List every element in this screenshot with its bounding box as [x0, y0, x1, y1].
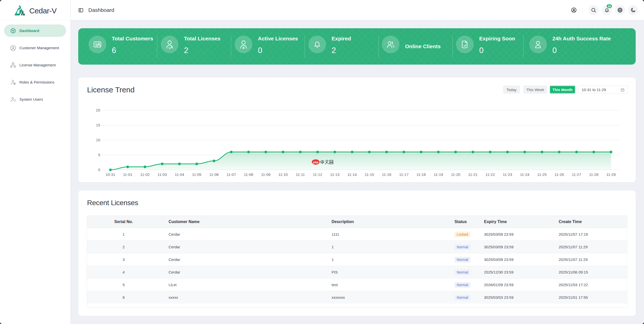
svg-text:php: php: [313, 161, 318, 164]
svg-text:11-02: 11-02: [140, 172, 150, 177]
svg-text:11-04: 11-04: [175, 172, 184, 177]
svg-text:11-10: 11-10: [278, 172, 288, 177]
svg-text:11-25: 11-25: [537, 172, 547, 177]
svg-text:11-13: 11-13: [330, 172, 339, 177]
svg-text:11-26: 11-26: [554, 172, 564, 177]
svg-text:11-09: 11-09: [261, 172, 271, 177]
svg-text:11-08: 11-08: [244, 172, 253, 177]
svg-text:11-19: 11-19: [434, 172, 443, 177]
svg-text:11-23: 11-23: [503, 172, 512, 177]
svg-text:11-15: 11-15: [365, 172, 374, 177]
svg-text:11-24: 11-24: [520, 172, 529, 177]
svg-text:11-17: 11-17: [399, 172, 409, 177]
svg-text:11-05: 11-05: [192, 172, 201, 177]
svg-text:20: 20: [96, 108, 100, 112]
svg-text:11-20: 11-20: [451, 172, 460, 177]
svg-text:11-16: 11-16: [382, 172, 391, 177]
svg-text:11-03: 11-03: [157, 172, 167, 177]
svg-text:11-07: 11-07: [227, 172, 236, 177]
svg-text:0: 0: [98, 168, 100, 172]
svg-text:5: 5: [98, 153, 100, 157]
svg-text:11-12: 11-12: [313, 172, 322, 177]
svg-text:15: 15: [96, 123, 100, 127]
svg-text:11-28: 11-28: [589, 172, 598, 177]
svg-text:10: 10: [96, 138, 100, 142]
svg-text:11-18: 11-18: [416, 172, 426, 177]
svg-text:11-11: 11-11: [296, 172, 305, 177]
svg-text:11-14: 11-14: [347, 172, 357, 177]
svg-text:11-01: 11-01: [123, 172, 132, 177]
svg-text:10-31: 10-31: [105, 172, 115, 177]
svg-text:11-21: 11-21: [468, 172, 477, 177]
svg-text:11-29: 11-29: [606, 172, 616, 177]
svg-text:11-27: 11-27: [572, 172, 581, 177]
svg-text:11-06: 11-06: [209, 172, 219, 177]
svg-text:11-22: 11-22: [486, 172, 495, 177]
